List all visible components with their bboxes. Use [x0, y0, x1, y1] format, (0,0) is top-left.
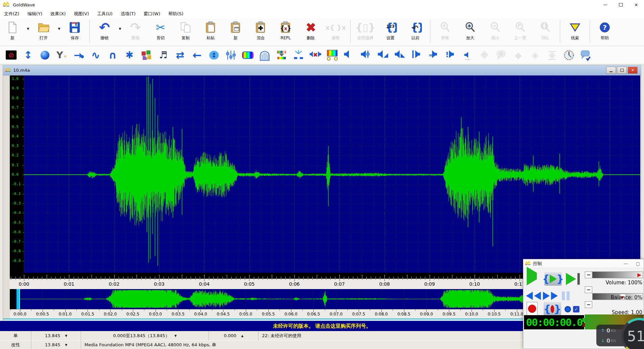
status-cell-down-arrow-icon[interactable]: ▼ [65, 334, 67, 337]
new-dropdown-button[interactable]: ▼ [25, 21, 31, 37]
overview-axis-label: 0:10.5 [488, 312, 501, 317]
document-titlebar[interactable]: 10.m4a ✕ [3, 65, 641, 75]
svg-text:−: − [492, 23, 496, 28]
toolbar-button-paste[interactable]: 粘贴 [198, 20, 223, 41]
menu-item-tool[interactable]: 工具(U) [93, 10, 117, 18]
effect-button-volume-adjust[interactable] [360, 48, 373, 62]
toolbar-button-open[interactable]: 打开 [31, 20, 56, 41]
status-cell[interactable]: 0.000至13.845（13.845）▼ [81, 331, 209, 340]
menu-item-window[interactable]: 窗口(W) [140, 10, 164, 18]
undo-dropdown-button[interactable]: ▼ [117, 21, 123, 37]
toolbar-button-previous-selection[interactable]: {↶}以前 [403, 20, 428, 41]
effect-button-monitor-toggle[interactable]: ⊘ [5, 48, 18, 62]
control-maximize-button[interactable]: □ [635, 261, 641, 267]
effect-button-volume-match[interactable]: = [427, 48, 440, 62]
app-minimize-button[interactable] [597, 0, 613, 9]
volume-slider[interactable]: ▶ [592, 271, 643, 278]
toolbar-button-mix[interactable]: 混合 [248, 20, 273, 41]
status-cell-down-arrow-icon[interactable]: ▼ [65, 343, 67, 347]
delete-icon: ✖ [306, 20, 316, 35]
toolbar-button-label: 所有 [441, 35, 449, 41]
volume-slider-marker[interactable]: ▶ [638, 272, 642, 278]
effect-button-offset[interactable]: ↕ [208, 48, 220, 62]
effect-button-color-mixer[interactable]: + [140, 48, 153, 62]
app-close-button[interactable]: ✕ [628, 0, 644, 9]
effect-button-spectrogram-box[interactable] [326, 48, 339, 62]
toolbar-button-zoom-all: ✕所有 [433, 20, 458, 41]
document-restore-button[interactable] [617, 67, 627, 74]
effect-button-exchange-channels[interactable]: ⇄ [174, 48, 187, 62]
control-minimize-button[interactable]: — [623, 261, 629, 267]
effect-button-filter-arch[interactable] [258, 48, 271, 62]
waveform-canvas[interactable] [24, 75, 640, 273]
time-axis-label: 0:03 [154, 281, 164, 287]
app-restore-button[interactable] [613, 0, 628, 9]
toolbar-button-new[interactable]: 新 [0, 20, 25, 41]
effect-button-time-shift[interactable]: ← [191, 48, 204, 62]
status-cell[interactable]: 0.000▲ [209, 331, 259, 340]
svg-text:?: ? [603, 23, 607, 31]
effect-button-channel-mixer[interactable]: Y⚬ [55, 48, 68, 62]
toolbar-button-paste-new[interactable]: 新 [223, 20, 248, 41]
status-cell-down-arrow-icon[interactable]: ▼ [174, 334, 177, 337]
status-cell-up-arrow-icon[interactable]: ▲ [241, 334, 243, 337]
toolbar-button-replace[interactable]: { }xREPL [273, 20, 298, 41]
toolbar-button-zoom-in[interactable]: +放大 [458, 20, 483, 41]
effect-button-notation[interactable]: ♬ [157, 48, 170, 62]
effect-button-silence[interactable]: ✖ [309, 48, 322, 62]
effect-button-fade-in[interactable] [377, 48, 389, 62]
toolbar-button-label: 线索 [571, 35, 579, 41]
control-titlebar[interactable]: 控制 — □ [523, 259, 644, 268]
document-minimize-button[interactable] [606, 67, 616, 74]
overview-axis-label: 0:05.0 [239, 312, 252, 317]
effect-button-interpolate[interactable] [292, 48, 305, 62]
menu-item-edit[interactable]: 编辑(Y) [23, 10, 46, 18]
upload-unit: K/s [611, 329, 616, 332]
upload-value: 0 [606, 327, 610, 334]
effect-button-volume-maximize[interactable]: ! [444, 48, 457, 62]
effect-button-volume[interactable] [343, 48, 356, 62]
play-button[interactable] [527, 273, 537, 279]
effect-button-fade-out[interactable] [393, 48, 406, 62]
menu-item-view[interactable]: 视图(V) [70, 10, 93, 18]
effect-button-feedback[interactable] [579, 48, 592, 62]
open-dropdown-button[interactable]: ▼ [56, 21, 62, 37]
effect-button-equalizer[interactable] [224, 48, 237, 62]
effects-toolbar: ⊘↕Y⚬→∿∩✱+♬⇄←↕✖=!⊘◆◈ [0, 46, 644, 64]
toolbar-button-save[interactable]: 保存 [62, 20, 87, 41]
effect-button-playback-rate[interactable]: ↕ [22, 48, 34, 62]
effect-button-volume-shape[interactable] [461, 48, 474, 62]
menu-item-help[interactable]: 帮助(S) [164, 10, 187, 18]
toolbar-button-undo[interactable]: ↶撤销 [92, 20, 117, 41]
menu-item-effect[interactable]: 效果(X) [46, 10, 70, 18]
effect-button-spectrum-filter[interactable] [275, 48, 288, 62]
document-close-button[interactable]: ✕ [628, 67, 638, 74]
effect-button-device-sphere[interactable] [39, 48, 51, 62]
effect-button-flanger[interactable]: ✱ [123, 48, 136, 62]
volume-minus-button[interactable]: − [585, 271, 592, 278]
speed-minus-button[interactable]: − [585, 301, 592, 308]
menu-item-file[interactable]: 文件(Z) [0, 10, 23, 18]
toolbar-button-cut[interactable]: ✂剪切 [148, 20, 173, 41]
toolbar-button-copy[interactable]: 复制 [173, 20, 198, 41]
status-cell[interactable]: 13.845▼ [31, 341, 81, 349]
mag-undo-icon: ↶ [514, 20, 527, 35]
effect-button-effect-next: ◈ [529, 48, 542, 62]
effect-button-expression-evaluator[interactable]: → [72, 48, 85, 62]
amplitude-label: 1.0 [12, 77, 19, 81]
effect-button-reverse[interactable]: ∩ [106, 48, 119, 62]
status-cell[interactable]: 13.845▼ [31, 331, 81, 340]
effect-button-timer[interactable] [563, 48, 575, 62]
balance-minus-button[interactable]: − [585, 286, 592, 293]
effect-button-spectrum-band[interactable] [241, 48, 254, 62]
effect-button-volume-start[interactable] [410, 48, 423, 62]
toolbar-button-cue-point[interactable]: 线索 [563, 20, 588, 41]
effect-button-doppler[interactable]: ∿ [89, 48, 102, 62]
menu-item-options[interactable]: 选项(T) [117, 10, 140, 18]
toolbar-button-help[interactable]: ?帮助 [592, 20, 617, 41]
overview-axis-label: 0:00.0 [14, 312, 26, 317]
time-axis-label: 0:00 [19, 281, 29, 287]
toolbar-button-delete[interactable]: ✖删除 [298, 20, 323, 41]
toolbar-button-set-selection[interactable]: {123…}设置 [378, 20, 403, 41]
license-message-text: 未经许可的版本。 请点击这里购买序列号。 [273, 323, 371, 329]
